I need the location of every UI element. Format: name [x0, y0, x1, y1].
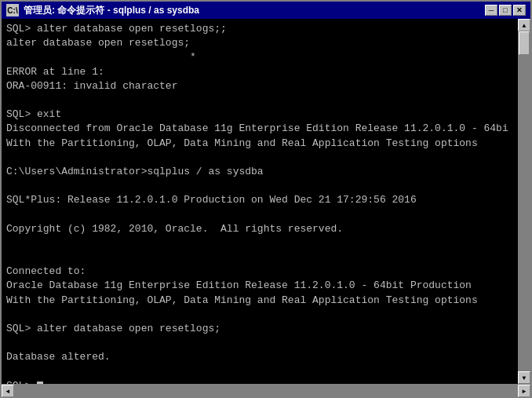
scroll-right-button[interactable]: ►: [518, 385, 530, 397]
horizontal-scrollbar: ◄ ►: [2, 384, 530, 396]
close-button[interactable]: ✕: [513, 5, 526, 16]
hscroll-track: [14, 385, 518, 396]
minimize-button[interactable]: ─: [485, 5, 497, 16]
scroll-up-button[interactable]: ▲: [518, 19, 530, 31]
titlebar-left: C:\ 管理员: 命令提示符 - sqlplus / as sysdba: [6, 4, 199, 17]
titlebar-controls: ─ □ ✕: [485, 5, 526, 16]
maximize-button[interactable]: □: [499, 5, 512, 16]
scroll-left-button[interactable]: ◄: [2, 385, 14, 397]
scroll-thumb[interactable]: [519, 31, 530, 55]
scroll-track: [518, 31, 530, 371]
terminal-output[interactable]: SQL> alter database open resetlogs;; alt…: [2, 19, 518, 384]
window: C:\ 管理员: 命令提示符 - sqlplus / as sysdba ─ □…: [0, 0, 532, 398]
window-icon: C:\: [6, 4, 19, 16]
terminal-area: SQL> alter database open resetlogs;; alt…: [2, 19, 530, 384]
titlebar-title: 管理员: 命令提示符 - sqlplus / as sysdba: [24, 4, 199, 17]
bottom-area: ◄ ►: [2, 384, 530, 396]
scroll-down-button[interactable]: ▼: [518, 371, 530, 384]
vertical-scrollbar: ▲ ▼: [518, 19, 530, 384]
titlebar: C:\ 管理员: 命令提示符 - sqlplus / as sysdba ─ □…: [2, 2, 530, 19]
